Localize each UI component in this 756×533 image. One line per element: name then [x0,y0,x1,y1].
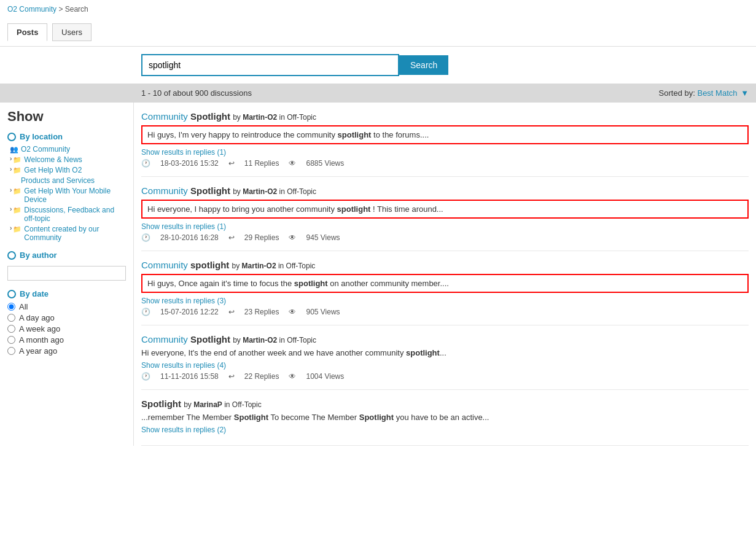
result-title-link[interactable]: Community Spotlight [141,185,230,196]
chevron-icon: › [10,187,12,193]
snippet-keyword: Spotlight [359,413,394,422]
result-title-link[interactable]: Community spotlight [141,260,229,270]
snippet-keyword: spotlight [406,348,440,357]
folder-icon-content: 📁 [13,225,21,233]
result-views: 6885 Views [306,159,344,168]
date-option-month[interactable]: A month ago [7,335,126,344]
main-layout: Show By location 👥 O2 Community › 📁 Welc… [0,103,756,446]
date-circle-icon [7,290,16,298]
author-input[interactable] [7,266,126,281]
show-replies-link[interactable]: Show results in replies (2) [141,426,749,434]
result-date: 11-11-2016 15:58 [160,372,219,381]
date-radio-day[interactable] [7,314,15,322]
breadcrumb-separator: > [58,5,63,14]
date-radio-week[interactable] [7,325,15,333]
breadcrumb-community-link[interactable]: O2 Community [7,5,57,14]
result-replies: 29 Replies [244,233,279,242]
eye-icon: 👁 [289,308,296,316]
search-input[interactable]: spotlight [141,54,399,76]
clock-icon: 🕐 [141,233,150,242]
snippet-keyword: spotlight [337,204,371,214]
date-radio-year[interactable] [7,347,15,355]
result-item: Community Spotlight by Martin-O2 in Off-… [141,103,749,177]
result-keyword: Spotlight [141,399,181,409]
breadcrumb: O2 Community > Search [0,0,756,18]
sidebar-item-discussions[interactable]: › 📁 Discussions, Feedback and off-topic [7,206,126,223]
chevron-icon: › [10,225,12,231]
location-circle-icon [7,133,16,141]
show-replies-link[interactable]: Show results in replies (3) [141,297,749,305]
result-title: Community spotlight by Martin-O2 in Off-… [141,260,749,270]
result-replies: 11 Replies [244,159,279,168]
search-bar: spotlight Search [0,47,756,84]
tabs-bar: Posts Users [0,18,756,47]
by-author-title: By author [7,251,126,260]
show-replies-link[interactable]: Show results in replies (1) [141,148,749,157]
tab-posts[interactable]: Posts [7,23,47,41]
reply-icon: ↩ [228,372,235,381]
result-author: by Martin-O2 in Off-Topic [233,336,316,344]
tab-users[interactable]: Users [52,23,92,41]
sidebar-show-label: Show [7,109,126,125]
result-author: by Martin-O2 in Off-Topic [232,262,316,270]
date-radio-all[interactable] [7,303,15,311]
clock-icon: 🕐 [141,372,150,381]
show-replies-link[interactable]: Show results in replies (4) [141,361,749,370]
sort-value[interactable]: Best Match [697,88,737,98]
reply-icon: ↩ [228,159,235,168]
result-item: Spotlight by MarinaP in Off-Topic ...rem… [141,390,749,446]
sidebar-by-author: By author [7,251,126,281]
sidebar-item-content-created[interactable]: › 📁 Content created by our Community [7,225,126,242]
result-title: Community Spotlight by Martin-O2 in Off-… [141,334,749,344]
result-date: 15-07-2016 12:22 [160,308,219,316]
results-count: 1 - 10 of about 900 discussions [141,88,252,98]
result-title: Community Spotlight by Martin-O2 in Off-… [141,111,749,122]
result-title-link[interactable]: Community Spotlight [141,111,230,122]
date-option-day[interactable]: A day ago [7,313,126,322]
snippet-keyword: spotlight [338,130,372,139]
sidebar-item-products-services[interactable]: Products and Services [7,176,126,185]
sidebar-item-welcome-news[interactable]: › 📁 Welcome & News [7,155,126,164]
show-replies-link[interactable]: Show results in replies (1) [141,222,749,231]
result-author: by MarinaP in Off-Topic [184,400,262,409]
results-area: Community Spotlight by Martin-O2 in Off-… [134,103,756,446]
date-option-week[interactable]: A week ago [7,324,126,333]
sidebar-item-o2-community[interactable]: 👥 O2 Community [7,145,126,154]
date-options: All A day ago A week ago A month ago A y… [7,302,126,356]
sidebar-item-get-help-mobile[interactable]: › 📁 Get Help With Your Mobile Device [7,187,126,204]
eye-icon: 👁 [289,372,296,381]
chevron-icon: › [10,166,12,173]
result-date: 18-03-2016 15:32 [160,159,219,168]
result-title-link[interactable]: Community Spotlight [141,334,230,344]
result-author: by Martin-O2 in Off-Topic [233,187,316,196]
results-header: 1 - 10 of about 900 discussions Sorted b… [0,84,756,103]
result-title-link[interactable]: Spotlight [141,399,181,409]
result-keyword: Spotlight [190,185,230,196]
date-option-all[interactable]: All [7,302,126,311]
result-keyword: Spotlight [190,334,230,344]
sidebar-by-location: By location 👥 O2 Community › 📁 Welcome &… [7,132,126,242]
sort-arrow-icon: ▼ [741,88,749,98]
reply-icon: ↩ [228,308,235,316]
result-item: Community spotlight by Martin-O2 in Off-… [141,251,749,325]
clock-icon: 🕐 [141,159,150,168]
sidebar: Show By location 👥 O2 Community › 📁 Welc… [0,103,134,446]
breadcrumb-current: Search [65,5,88,14]
people-icon: 👥 [10,146,18,154]
date-option-year[interactable]: A year ago [7,346,126,356]
date-radio-month[interactable] [7,336,15,344]
result-replies: 22 Replies [244,372,279,381]
result-item: Community Spotlight by Martin-O2 in Off-… [141,325,749,390]
reply-icon: ↩ [228,233,235,242]
result-views: 945 Views [306,233,340,242]
chevron-icon: › [10,206,12,212]
result-title: Spotlight by MarinaP in Off-Topic [141,399,749,409]
sidebar-item-get-help-o2[interactable]: › 📁 Get Help With O2 [7,166,126,174]
folder-icon-mobile: 📁 [13,187,21,195]
result-meta: 🕐 11-11-2016 15:58 ↩ 22 Replies 👁 1004 V… [141,372,749,381]
result-title: Community Spotlight by Martin-O2 in Off-… [141,185,749,196]
result-snippet-no-border: ...remember The Member Spotlight To beco… [141,413,749,422]
search-button[interactable]: Search [399,55,448,75]
result-keyword: spotlight [190,260,229,270]
folder-icon-get-help: 📁 [13,166,21,174]
